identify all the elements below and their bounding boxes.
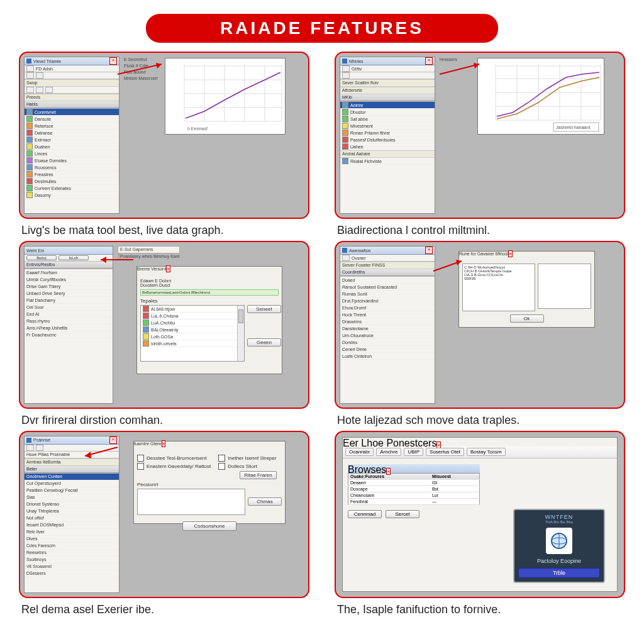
list-item[interactable]: Passesf Dstutferdsoies [340, 136, 435, 143]
path-field[interactable]: BsBonertornsteaLastriGslani.fBlechirsnd [140, 289, 279, 296]
list-item[interactable]: Ams.H/heap.Ushetils [25, 325, 113, 331]
list-item[interactable]: Ehow.Dromf [340, 304, 435, 311]
dialog[interactable]: Rune for Gavaner 8ftnosl× C 9H D Muhoriu… [458, 251, 595, 328]
list-item[interactable]: LuA.Chchtiu [141, 319, 244, 326]
dialog[interactable]: Brems Versord× Edawn E Dobrn Dovstern Du… [136, 266, 282, 374]
checkbox-box[interactable] [218, 463, 225, 470]
list-item[interactable]: Duahen [25, 143, 119, 150]
list-item[interactable]: Conmtvnet [25, 109, 119, 116]
close-icon[interactable]: × [425, 57, 433, 65]
list-item[interactable]: Unay Thtnplerea [25, 508, 119, 515]
chart-window[interactable]: b Eermasf [165, 58, 286, 135]
list-item[interactable]: DSeseers [25, 570, 119, 577]
close-icon[interactable]: × [162, 440, 166, 447]
table-row[interactable]: Fendbrat— [348, 498, 480, 504]
list-item[interactable]: Extrnacr [25, 136, 119, 143]
list-item[interactable]: Rass.rhymo [25, 318, 113, 325]
titlebar[interactable]: Mhbies× [340, 57, 435, 65]
list-item[interactable]: Drionet Systerao [25, 501, 119, 508]
list-item[interactable]: Reesetnrs [25, 550, 119, 557]
list-item[interactable]: Gnotmven Cunten [25, 474, 119, 480]
tab[interactable]: fsLnh [58, 255, 89, 260]
apply-button[interactable]: Ritae Fraren [240, 471, 276, 479]
close-icon[interactable]: × [386, 468, 391, 475]
toolbar-button[interactable] [45, 87, 53, 93]
close-icon[interactable]: × [436, 441, 441, 448]
toolbar-button[interactable] [26, 445, 34, 451]
list-item[interactable]: Ransot Sootaked Eracasted [340, 284, 435, 291]
list-item[interactable]: Datranse [25, 130, 119, 136]
list-item[interactable]: Uimsk Cory/Iftbodes [25, 276, 113, 283]
list-item[interactable]: Peattien Cersebog/ Fecrat [25, 487, 119, 494]
toolbar-button[interactable]: Arnchre [376, 448, 401, 456]
list-item[interactable]: LuL.6.Chdsna [141, 313, 244, 319]
list-item[interactable]: Not ofticf [25, 515, 119, 522]
list-item[interactable]: Draswirns [340, 318, 435, 325]
close-icon[interactable]: × [508, 250, 513, 257]
titlebar[interactable]: Pcannse× [25, 436, 119, 445]
footer-button[interactable]: Cennmad [348, 510, 382, 518]
toolbar-button[interactable] [26, 65, 34, 72]
toolbar-button[interactable] [36, 72, 43, 79]
close-icon[interactable]: × [425, 247, 433, 254]
dialog-titlebar[interactable]: Rune for Gavaner 8ftnosl× [459, 252, 594, 260]
titlebar[interactable]: Viewd Trianee × [25, 57, 119, 65]
close-icon[interactable]: × [109, 57, 117, 65]
list-item[interactable]: Dbustor [340, 109, 435, 116]
list-item[interactable]: Fr Doacheucnc [25, 331, 113, 338]
list-item[interactable]: Cot Operstsoyerd [25, 480, 119, 487]
list-item[interactable]: Loth.GOSa [141, 333, 244, 340]
toolbar-button[interactable] [342, 65, 350, 72]
list-item[interactable]: Drot.Fpdcindedtnd [340, 297, 435, 304]
list-item[interactable]: Dondes [340, 339, 435, 346]
checkbox[interactable]: Desstee Tesl-Brumcensent [137, 455, 211, 462]
list-item[interactable]: Unbard Drive Seery [25, 290, 113, 297]
toolbar-button[interactable]: UBIP [404, 448, 423, 456]
footer-button[interactable]: Sercet [386, 510, 419, 518]
checkbox[interactable]: Enastem Oaveddaty/ Rattost [137, 463, 211, 470]
checkbox-box[interactable] [218, 455, 225, 462]
table-row[interactable]: DeaaerrISl [348, 479, 480, 486]
list-item[interactable]: Losfe Clntelron [340, 353, 435, 360]
list-item[interactable]: Drise Gani Thiery [25, 283, 113, 290]
toolbar-button[interactable] [36, 87, 43, 93]
close-icon[interactable]: × [166, 265, 170, 272]
dialog-titlebar[interactable]: fuarntnr Gtere× [134, 441, 285, 450]
list-item[interactable]: Dives [25, 536, 119, 543]
list-item[interactable]: Oni Soor [25, 304, 113, 311]
data-table[interactable]: Ouake:FurouresMisueest DeaaerrISl Doscap… [348, 473, 480, 505]
list-item[interactable]: Vit Sroasend [25, 564, 119, 570]
tree-list[interactable]: Conmtvnet Dansote Reterisce Datranse Ext… [25, 108, 119, 213]
list-item[interactable]: Linces [25, 150, 119, 157]
list-item[interactable]: Dasomy [25, 192, 119, 199]
ok-button[interactable]: Ok [510, 314, 544, 323]
list-item[interactable]: Uahee [340, 143, 435, 150]
list-item[interactable]: Eaaarf l'horfsen [25, 269, 113, 276]
toolbar-button[interactable] [26, 72, 34, 79]
list-item[interactable]: Reterisce [25, 123, 119, 130]
list-item[interactable]: Cdes Farescrn [25, 543, 119, 550]
panel-titlebar[interactable]: Browses× [348, 464, 480, 473]
titlebar[interactable]: Awemafion× [340, 247, 435, 255]
scrollbar[interactable] [237, 306, 244, 361]
list-item[interactable]: Roossencs [25, 164, 119, 171]
browse-button[interactable]: Chmas [248, 497, 282, 506]
list-item[interactable]: Sat abbe [340, 116, 435, 123]
toolbar-button[interactable]: Ocanrabr [345, 448, 374, 456]
list-item[interactable]: Anirtnr [340, 102, 435, 109]
list-item[interactable]: BALOteeairdy [141, 326, 244, 333]
tree-list[interactable]: Anirtnr Dbustor Sat abbe Mlvestment Rnna… [340, 101, 435, 213]
settings-dialog[interactable]: fuarntnr Gtere× Desstee Tesl-Brumcensent… [133, 441, 286, 524]
checkbox-box[interactable] [137, 455, 144, 462]
scrollbar-thumb[interactable] [238, 309, 243, 323]
column-header[interactable]: Misueest [430, 473, 480, 479]
list-item[interactable]: Doaed [340, 277, 435, 284]
toolbar-button[interactable] [342, 255, 350, 261]
list-item[interactable]: Mlvestment [340, 123, 435, 130]
toolbar-button[interactable] [342, 72, 350, 79]
checkbox[interactable]: Inether Isennf Streper [218, 455, 276, 462]
toolbar-button[interactable] [36, 445, 43, 451]
data-list[interactable]: C 9H D Muhoriue2hoyys OICH B GHstrkTenpr… [462, 264, 535, 311]
list-item[interactable]: Eloase Domstes [25, 157, 119, 164]
list-item[interactable]: Realat Flchviste [340, 158, 435, 165]
